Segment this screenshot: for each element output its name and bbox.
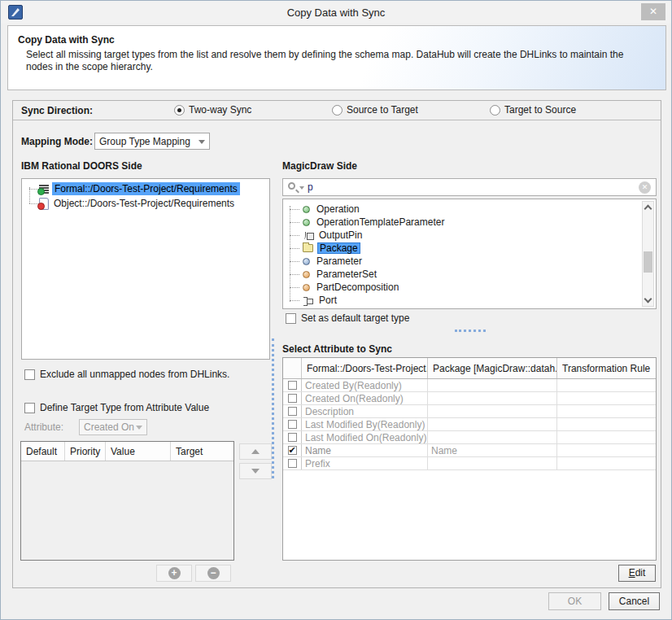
- checkbox-column-header: [283, 358, 302, 378]
- green-circle-icon: [303, 206, 310, 213]
- sync-option-label: Target to Source: [504, 104, 576, 116]
- source-attribute-cell: Last Modified By(Readonly): [302, 418, 428, 430]
- clear-search-icon[interactable]: ✕: [639, 181, 651, 194]
- row-checkbox-cell[interactable]: [283, 431, 302, 443]
- define-target-type-checkbox[interactable]: Define Target Type from Attribute Value: [24, 402, 209, 413]
- list-item[interactable]: OperationTemplateParameter: [283, 216, 656, 229]
- orange-circle-icon: [303, 271, 310, 278]
- list-item[interactable]: ParameterSet: [283, 268, 656, 281]
- row-checkbox-cell[interactable]: [283, 379, 302, 391]
- search-value: p: [308, 181, 313, 193]
- target-attribute-cell: [428, 457, 557, 469]
- sync-option-radio[interactable]: Two-way Sync: [174, 104, 251, 116]
- set-default-target-checkbox[interactable]: Set as default target type: [286, 312, 409, 324]
- list-item[interactable]: OutputPin: [283, 229, 656, 242]
- radio-icon[interactable]: [332, 105, 343, 116]
- cancel-button[interactable]: Cancel: [609, 592, 660, 610]
- checkbox-icon[interactable]: [24, 403, 35, 413]
- value-mapping-table[interactable]: DefaultPriorityValueTarget: [20, 441, 234, 561]
- search-input[interactable]: p ✕: [282, 178, 657, 196]
- list-item[interactable]: Port: [283, 294, 656, 307]
- scroll-up-icon[interactable]: [644, 205, 652, 213]
- table-row[interactable]: Last Modified By(Readonly): [283, 418, 656, 431]
- scrollbar-thumb[interactable]: [644, 251, 652, 273]
- checkbox-icon[interactable]: ✔: [288, 446, 297, 455]
- value-table-column-header: Default: [21, 442, 65, 461]
- rule-column-header: Transformation Rule: [557, 358, 656, 378]
- transformation-rule-cell: [557, 392, 656, 404]
- list-item[interactable]: Operation: [283, 203, 656, 216]
- checkbox-icon[interactable]: [288, 381, 297, 390]
- ok-button[interactable]: OK: [548, 592, 601, 610]
- list-item[interactable]: Parameter: [283, 255, 656, 268]
- magicdraw-type-list[interactable]: OperationOperationTemplateParameterOutpu…: [282, 199, 657, 309]
- tree-item-label: Formal::/Doors-Test-Project/Requirements: [52, 182, 240, 195]
- scrollbar[interactable]: [642, 201, 654, 307]
- vertical-splitter-handle[interactable]: [272, 338, 274, 478]
- port-icon: [303, 297, 312, 304]
- row-checkbox-cell[interactable]: [283, 418, 302, 430]
- table-row[interactable]: Description: [283, 405, 656, 418]
- sync-option-radio[interactable]: Target to Source: [490, 104, 576, 116]
- blue-circle-icon: [303, 258, 310, 265]
- target-attribute-cell: [428, 392, 557, 404]
- row-checkbox-cell[interactable]: [283, 392, 302, 404]
- source-attribute-cell: Last Modified On(Readonly): [302, 431, 428, 443]
- set-default-target-label: Set as default target type: [301, 312, 409, 324]
- sync-option-label: Source to Target: [347, 104, 418, 116]
- checkbox-icon[interactable]: [286, 313, 296, 324]
- attribute-label: Attribute:: [24, 421, 63, 433]
- remove-row-button[interactable]: −: [195, 565, 231, 582]
- scroll-down-icon[interactable]: [644, 295, 652, 303]
- transformation-rule-cell: [557, 418, 656, 430]
- row-checkbox-cell[interactable]: ✔: [283, 444, 302, 456]
- checkbox-icon[interactable]: [24, 369, 35, 380]
- tree-branch-line: [290, 206, 290, 302]
- title-bar: Copy Data with Sync ✕: [1, 1, 671, 24]
- move-up-button[interactable]: [239, 443, 272, 460]
- list-item-label: OutputPin: [316, 229, 364, 241]
- checkbox-icon[interactable]: [288, 459, 297, 468]
- tree-branch-line: [290, 209, 299, 210]
- list-item-label: Package: [317, 242, 360, 254]
- list-item[interactable]: Package: [283, 242, 656, 255]
- tree-branch-line: [29, 189, 38, 190]
- row-checkbox-cell[interactable]: [283, 457, 302, 469]
- checkbox-icon[interactable]: [288, 407, 297, 416]
- table-row[interactable]: Last Modified On(Readonly): [283, 431, 656, 444]
- move-down-button[interactable]: [239, 463, 272, 479]
- source-attribute-cell: Name: [302, 444, 428, 456]
- tree-item[interactable]: Formal::/Doors-Test-Project/Requirements: [22, 181, 269, 196]
- magicdraw-side-heading: MagicDraw Side: [282, 160, 357, 172]
- add-row-button[interactable]: +: [156, 565, 192, 582]
- exclude-unmapped-checkbox[interactable]: Exclude all unmapped nodes from DHLinks.: [24, 369, 229, 380]
- sync-option-radio[interactable]: Source to Target: [332, 104, 418, 116]
- tree-branch-line: [290, 287, 299, 288]
- doors-tree[interactable]: Formal::/Doors-Test-Project/Requirements…: [21, 178, 270, 360]
- radio-icon[interactable]: [490, 105, 500, 116]
- attribute-sync-table[interactable]: Formal::/Doors-Test-Project... Package […: [282, 357, 657, 561]
- checkbox-icon[interactable]: [288, 420, 297, 429]
- value-table-column-header: Target: [171, 442, 233, 461]
- list-item-label: ParameterSet: [314, 269, 379, 280]
- transformation-rule-cell: [557, 444, 656, 456]
- checkbox-icon[interactable]: [288, 433, 297, 442]
- table-row[interactable]: Created On(Readonly): [283, 392, 656, 405]
- tree-item[interactable]: Object::/Doors-Test-Project/Requirements: [22, 196, 269, 211]
- mapping-mode-label: Mapping Mode:: [21, 136, 93, 147]
- mapping-mode-select[interactable]: Group Type Mapping: [94, 133, 210, 150]
- table-row[interactable]: Prefix: [283, 457, 656, 470]
- radio-icon[interactable]: [174, 105, 185, 116]
- table-row[interactable]: ✔NameName: [283, 444, 656, 457]
- search-options-chevron-icon[interactable]: [299, 186, 304, 190]
- edit-button[interactable]: Edit: [618, 565, 656, 582]
- row-checkbox-cell[interactable]: [283, 405, 302, 417]
- close-icon[interactable]: ✕: [641, 3, 665, 20]
- sync-option-label: Two-way Sync: [189, 104, 251, 116]
- table-row[interactable]: Created By(Readonly): [283, 379, 656, 392]
- checkbox-icon[interactable]: [288, 394, 297, 403]
- horizontal-splitter-handle[interactable]: [455, 330, 486, 332]
- list-item[interactable]: PartDecomposition: [283, 281, 656, 294]
- arrow-up-icon: [251, 449, 260, 454]
- formal-module-icon: [38, 184, 50, 194]
